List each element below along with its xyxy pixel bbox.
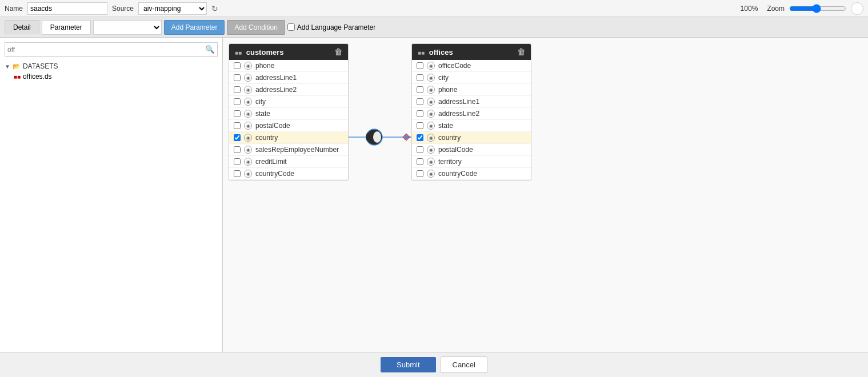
table-row[interactable]: ◉salesRepEmployeeNumber [229, 144, 348, 156]
field-checkbox[interactable] [234, 110, 241, 117]
field-eye-icon: ◉ [427, 122, 435, 130]
footer: Submit Cancel [0, 352, 868, 377]
tab-parameter[interactable]: Parameter [42, 20, 91, 35]
field-checkbox[interactable] [417, 122, 423, 129]
table-row[interactable]: ◉phone [412, 84, 531, 96]
parameter-dropdown[interactable] [93, 20, 162, 35]
field-name-label: city [438, 74, 449, 82]
field-eye-icon: ◉ [244, 110, 252, 118]
ds-file-item[interactable]: ■■ offices.ds [5, 71, 218, 82]
customers-table-title: customers [246, 48, 284, 57]
table-row[interactable]: ◉addressLine2 [412, 108, 531, 120]
field-checkbox[interactable] [417, 86, 423, 93]
field-checkbox[interactable] [234, 134, 241, 141]
svg-point-4 [366, 131, 377, 143]
cancel-button[interactable]: Cancel [441, 356, 487, 373]
zoom-slider[interactable] [789, 4, 846, 13]
table-row[interactable]: ◉state [412, 120, 531, 132]
toolbar: Detail Parameter Add Parameter Add Condi… [0, 17, 868, 38]
add-parameter-button[interactable]: Add Parameter [164, 20, 225, 35]
field-checkbox[interactable] [417, 62, 423, 69]
folder-icon: 📂 [13, 63, 21, 70]
table-row[interactable]: ◉addressLine2 [229, 84, 348, 96]
field-eye-icon: ◉ [244, 158, 252, 166]
table-row[interactable]: ◉country [229, 132, 348, 144]
zoom-circle [851, 2, 863, 15]
svg-point-5 [373, 131, 381, 143]
datasets-tree-item[interactable]: ▼ 📂 DATASETS [5, 61, 218, 71]
field-eye-icon: ◉ [427, 62, 435, 70]
ds-file-icon: ■■ [14, 74, 21, 80]
top-bar: Name Source aiv-mapping ↻ 100% Zoom [0, 0, 868, 17]
field-name-label: creditLimit [255, 158, 287, 166]
lang-param-checkbox[interactable] [287, 23, 295, 31]
offices-delete-icon[interactable]: 🗑 [517, 47, 525, 57]
search-icon-btn[interactable]: 🔍 [203, 43, 217, 56]
table-row[interactable]: ◉city [229, 96, 348, 108]
field-checkbox[interactable] [417, 146, 423, 153]
field-checkbox[interactable] [234, 62, 241, 69]
table-row[interactable]: ◉postalCode [229, 120, 348, 132]
lang-param-area: Add Language Parameter [287, 23, 375, 31]
field-name-label: state [438, 122, 453, 130]
zoom-area: 100% Zoom [741, 2, 863, 15]
table-row[interactable]: ◉territory [412, 156, 531, 168]
tab-detail[interactable]: Detail [5, 20, 39, 35]
field-eye-icon: ◉ [244, 62, 252, 70]
table-row[interactable]: ◉phone [229, 60, 348, 72]
field-eye-icon: ◉ [427, 146, 435, 154]
field-checkbox[interactable] [234, 86, 241, 93]
field-checkbox[interactable] [417, 98, 423, 105]
field-eye-icon: ◉ [427, 86, 435, 94]
source-label: Source [112, 5, 134, 13]
table-row[interactable]: ◉countryCode [412, 168, 531, 180]
field-checkbox[interactable] [234, 158, 241, 165]
tree-arrow-icon: ▼ [5, 63, 10, 70]
field-checkbox[interactable] [417, 134, 423, 141]
field-checkbox[interactable] [234, 98, 241, 105]
table-row[interactable]: ◉officeCode [412, 60, 531, 72]
field-name-label: phone [255, 62, 274, 70]
field-name-label: countryCode [438, 170, 477, 178]
ds-file-name: offices.ds [23, 73, 51, 81]
table-row[interactable]: ◉postalCode [412, 144, 531, 156]
table-row[interactable]: ◉creditLimit [229, 156, 348, 168]
offices-table: ■■ offices 🗑 ◉officeCode◉city◉phone◉addr… [411, 43, 531, 181]
field-checkbox[interactable] [417, 74, 423, 81]
field-checkbox[interactable] [234, 146, 241, 153]
field-checkbox[interactable] [234, 74, 241, 81]
table-row[interactable]: ◉addressLine1 [229, 72, 348, 84]
field-checkbox[interactable] [417, 110, 423, 117]
offices-table-title: offices [429, 48, 453, 57]
source-select[interactable]: aiv-mapping [138, 2, 207, 15]
zoom-percent: 100% [741, 5, 758, 13]
main-content: 🔍 ▼ 📂 DATASETS ■■ offices.ds ■■ customer… [0, 38, 868, 352]
add-condition-button[interactable]: Add Condition [227, 20, 285, 35]
field-name-label: city [255, 98, 266, 106]
refresh-icon[interactable]: ↻ [211, 4, 218, 13]
field-eye-icon: ◉ [244, 86, 252, 94]
name-input[interactable] [27, 2, 107, 15]
field-name-label: country [255, 134, 278, 142]
search-icon: 🔍 [205, 45, 215, 54]
table-row[interactable]: ◉country [412, 132, 531, 144]
field-name-label: countryCode [255, 170, 294, 178]
submit-button[interactable]: Submit [381, 357, 435, 372]
field-checkbox[interactable] [417, 158, 423, 165]
search-input[interactable] [5, 43, 203, 56]
table-row[interactable]: ◉city [412, 72, 531, 84]
field-checkbox[interactable] [417, 170, 423, 177]
field-eye-icon: ◉ [244, 122, 252, 130]
table-row[interactable]: ◉countryCode [229, 168, 348, 180]
customers-delete-icon[interactable]: 🗑 [334, 47, 342, 57]
table-row[interactable]: ◉state [229, 108, 348, 120]
table-row[interactable]: ◉addressLine1 [412, 96, 531, 108]
field-eye-icon: ◉ [244, 74, 252, 82]
field-name-label: postalCode [255, 122, 290, 130]
customers-table-icon: ■■ [235, 50, 242, 56]
field-name-label: salesRepEmployeeNumber [255, 146, 339, 154]
field-checkbox[interactable] [234, 122, 241, 129]
offices-table-icon: ■■ [418, 50, 425, 56]
canvas-area: ■■ customers 🗑 ◉phone◉addressLine1◉addre… [223, 38, 868, 352]
field-checkbox[interactable] [234, 170, 241, 177]
